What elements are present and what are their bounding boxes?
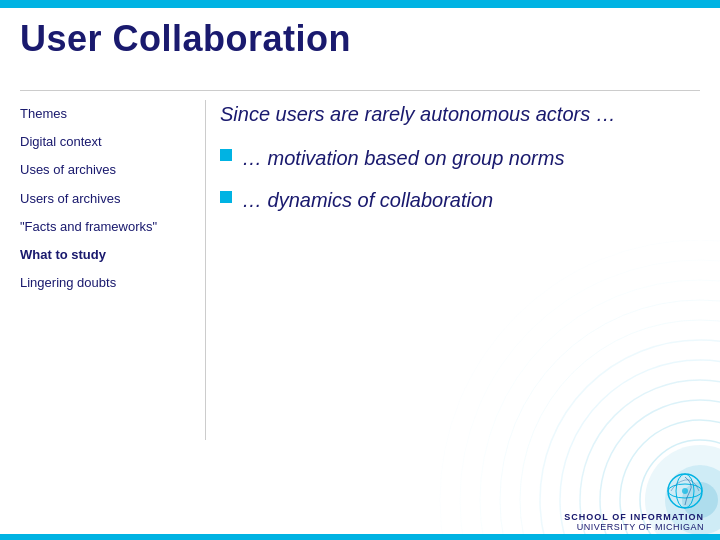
header-bar [0,0,720,8]
vertical-divider [205,100,206,440]
sidebar-item-lingering-doubts[interactable]: Lingering doubts [20,269,210,297]
sidebar-item-uses-of-archives[interactable]: Uses of archives [20,156,210,184]
sidebar-item-what-to-study[interactable]: What to study [20,241,210,269]
sidebar-item-themes[interactable]: Themes [20,100,210,128]
bullet-square-1 [220,149,232,161]
title-area: User Collaboration [20,18,700,60]
bottom-bar [0,534,720,540]
sidebar-item-digital-context[interactable]: Digital context [20,128,210,156]
footer: School of Information University of Mich… [564,472,704,532]
footer-line1: School of Information [564,512,704,522]
bullet-item-1: … motivation based on group norms [220,144,700,172]
sidebar-item-users-of-archives[interactable]: Users of archives [20,185,210,213]
bullet-square-2 [220,191,232,203]
main-content: Since users are rarely autonomous actors… [220,100,700,228]
bullet-text-2: … dynamics of collaboration [242,186,493,214]
footer-logo: School of Information University of Mich… [564,472,704,532]
sidebar: Themes Digital context Uses of archives … [20,100,210,297]
page-title: User Collaboration [20,18,700,60]
footer-line2: University of Michigan [577,522,704,532]
content-intro: Since users are rarely autonomous actors… [220,100,700,128]
title-divider [20,90,700,91]
bullet-item-2: … dynamics of collaboration [220,186,700,214]
bullet-text-1: … motivation based on group norms [242,144,564,172]
svg-point-17 [682,488,688,494]
sidebar-item-facts-frameworks[interactable]: "Facts and frameworks" [20,213,210,241]
university-logo-icon [666,472,704,510]
